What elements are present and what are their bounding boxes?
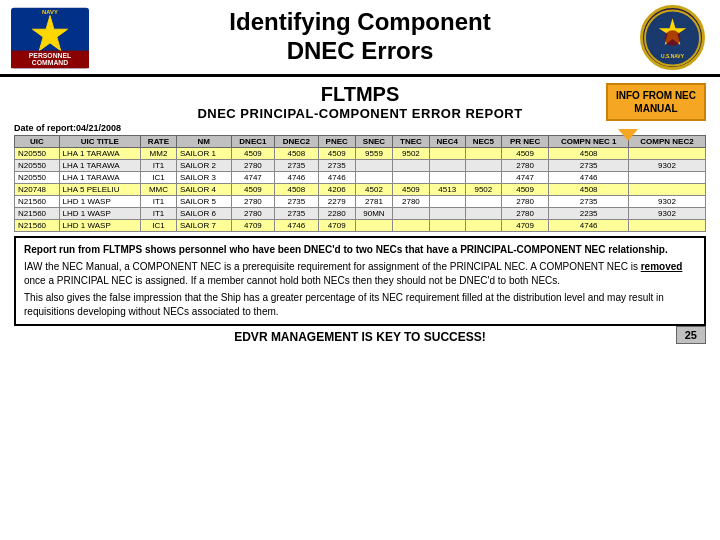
col-nec5: NEC5: [465, 135, 501, 147]
report-date: Date of report:04/21/2008: [14, 123, 706, 133]
fltmps-title: FLTMPS: [197, 83, 522, 106]
col-pnec: PNEC: [318, 135, 355, 147]
page-title: Identifying Component DNEC Errors: [229, 8, 490, 66]
svg-point-8: [665, 30, 681, 46]
info-from-nec-box: INFO FROM NEC MANUAL: [606, 83, 706, 121]
table-row: N21560LHD 1 WASPIT1SAILOR 52780273522792…: [15, 195, 706, 207]
col-nm: NM: [176, 135, 231, 147]
footer-text: EDVR MANAGEMENT IS KEY TO SUCCESS!: [234, 330, 486, 344]
para1: Report run from FLTMPS shows personnel w…: [24, 243, 696, 257]
col-uic: UIC: [15, 135, 60, 147]
fltmps-section: FLTMPS DNEC PRINCIPAL-COMPONENT ERROR RE…: [14, 83, 706, 121]
table-row: N21560LHD 1 WASPIC1SAILOR 74709474647094…: [15, 219, 706, 231]
main-content: FLTMPS DNEC PRINCIPAL-COMPONENT ERROR RE…: [0, 77, 720, 348]
col-nec4: NEC4: [429, 135, 465, 147]
navy-logo-left: PERSONNEL COMMAND NAVY: [10, 5, 90, 70]
svg-text:COMMAND: COMMAND: [32, 59, 68, 66]
col-rate: RATE: [141, 135, 177, 147]
col-uic-title: UIC TITLE: [59, 135, 140, 147]
svg-text:U.S.NAVY: U.S.NAVY: [661, 53, 685, 58]
info-arrow-icon: [618, 129, 638, 141]
explanation-block: Report run from FLTMPS shows personnel w…: [14, 236, 706, 326]
col-dnec1: DNEC1: [231, 135, 274, 147]
table-row: N21560LHD 1 WASPIT1SAILOR 62780273522809…: [15, 207, 706, 219]
col-compn2: COMPN NEC2: [629, 135, 706, 147]
table-row: N20550LHA 1 TARAWAIT1SAILOR 227802735273…: [15, 159, 706, 171]
page-number: 25: [676, 326, 706, 344]
para2: IAW the NEC Manual, a COMPONENT NEC is a…: [24, 260, 696, 288]
table-row: N20550LHA 1 TARAWAMM2SAILOR 145094508450…: [15, 147, 706, 159]
para3: This also gives the false impression tha…: [24, 291, 696, 319]
svg-text:NAVY: NAVY: [42, 8, 58, 14]
fltmps-center: FLTMPS DNEC PRINCIPAL-COMPONENT ERROR RE…: [197, 83, 522, 121]
seal-logo-right: U.S.NAVY: [640, 5, 710, 70]
table-row: N20550LHA 1 TARAWAIC1SAILOR 347474746474…: [15, 171, 706, 183]
footer: EDVR MANAGEMENT IS KEY TO SUCCESS! 25: [14, 330, 706, 344]
col-pr-nec: PR NEC: [501, 135, 548, 147]
col-dnec2: DNEC2: [275, 135, 318, 147]
report-table: UIC UIC TITLE RATE NM DNEC1 DNEC2 PNEC S…: [14, 135, 706, 232]
col-snec: SNEC: [355, 135, 392, 147]
table-row: N20748LHA 5 PELELIUMMCSAILOR 44509450842…: [15, 183, 706, 195]
col-tnec: TNEC: [393, 135, 430, 147]
header: PERSONNEL COMMAND NAVY Identifying Compo…: [0, 0, 720, 77]
dnec-subtitle: DNEC PRINCIPAL-COMPONENT ERROR REPORT: [197, 106, 522, 121]
col-compn1: COMPN NEC 1: [549, 135, 629, 147]
